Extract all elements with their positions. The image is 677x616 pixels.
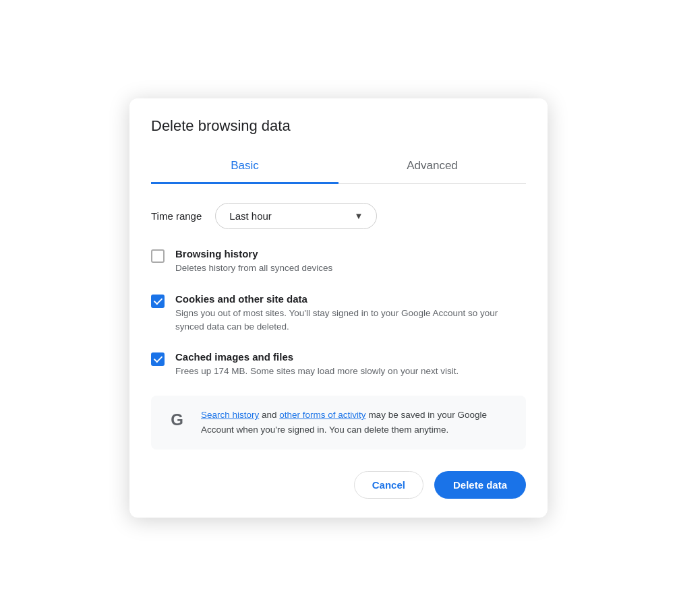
info-box-text: Search history and other forms of activi… [201, 408, 512, 437]
google-account-info-box: G Search history and other forms of acti… [151, 396, 526, 449]
tab-advanced[interactable]: Advanced [338, 151, 526, 184]
time-range-value: Last hour [229, 210, 272, 222]
browsing-history-title: Browsing history [175, 248, 526, 259]
dialog-title: Delete browsing data [151, 117, 526, 135]
search-history-link[interactable]: Search history [201, 410, 259, 420]
cache-desc: Frees up 174 MB. Some sites may load mor… [175, 365, 526, 378]
other-forms-link[interactable]: other forms of activity [279, 410, 365, 420]
dropdown-arrow-icon: ▼ [354, 211, 363, 221]
time-range-row: Time range Last hour ▼ [151, 203, 526, 229]
dialog-actions: Cancel Delete data [151, 471, 526, 499]
delete-data-button[interactable]: Delete data [434, 471, 526, 499]
tabs: Basic Advanced [151, 151, 526, 184]
cookies-title: Cookies and other site data [175, 293, 526, 305]
delete-browsing-data-dialog: Delete browsing data Basic Advanced Time… [129, 98, 548, 517]
cookies-desc: Signs you out of most sites. You'll stay… [175, 307, 526, 334]
browsing-history-item: Browsing history Deletes history from al… [151, 248, 526, 275]
time-range-label: Time range [151, 210, 202, 222]
browsing-history-checkbox[interactable] [151, 249, 165, 263]
cookies-checkbox[interactable] [151, 295, 165, 308]
cookies-item: Cookies and other site data Signs you ou… [151, 293, 526, 334]
cancel-button[interactable]: Cancel [354, 471, 423, 499]
browsing-history-desc: Deletes history from all synced devices [175, 261, 526, 275]
google-g-icon: G [165, 408, 189, 432]
cache-title: Cached images and files [175, 351, 526, 363]
tab-basic[interactable]: Basic [151, 151, 338, 184]
cache-item: Cached images and files Frees up 174 MB.… [151, 351, 526, 378]
time-range-select[interactable]: Last hour ▼ [215, 203, 377, 229]
cache-checkbox[interactable] [151, 352, 165, 366]
